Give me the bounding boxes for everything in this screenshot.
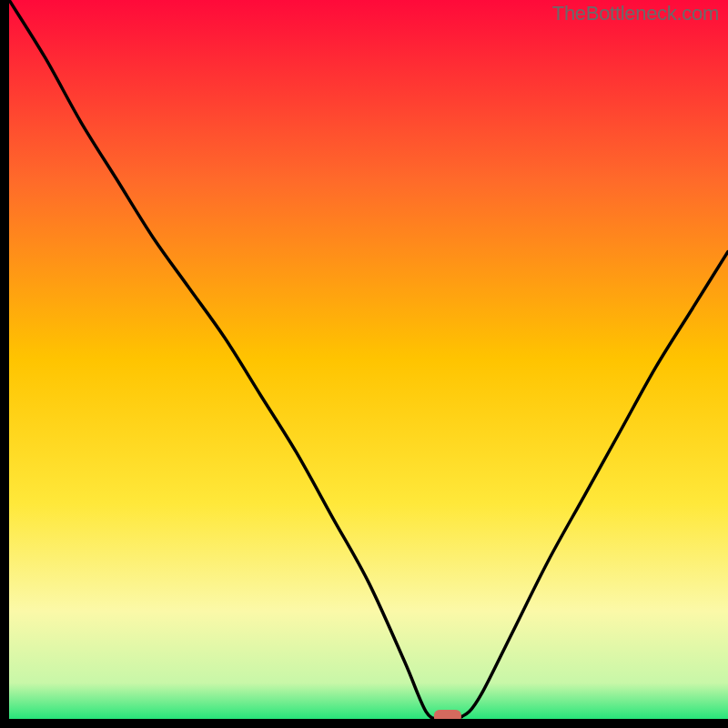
chart-background-gradient bbox=[9, 0, 728, 719]
minimum-marker bbox=[434, 710, 461, 719]
attribution-text: TheBottleneck.com bbox=[552, 2, 719, 25]
bottleneck-chart bbox=[9, 0, 728, 719]
chart-svg bbox=[9, 0, 728, 719]
